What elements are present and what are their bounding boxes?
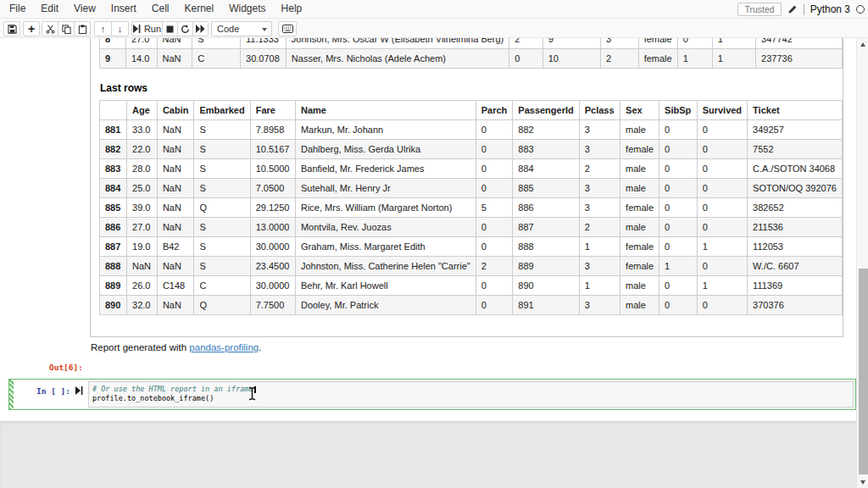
data-cell: 1 [677,49,712,69]
data-cell: Sutehall, Mr. Henry Jr [295,179,476,198]
data-cell: 0 [659,120,698,140]
cell-type-select[interactable]: Code [211,21,272,36]
move-cell-down-button[interactable]: ↓ [111,21,129,36]
data-cell: 0 [476,276,513,296]
data-cell: S [194,218,250,237]
data-cell: 10.5167 [250,140,295,159]
data-cell: 22.0 [127,140,158,159]
data-cell: female [620,198,659,218]
data-cell: 2 [476,257,513,276]
data-cell: 0 [476,296,513,315]
run-cell-marker-icon[interactable] [75,386,83,395]
data-cell: 1 [712,49,755,69]
data-cell: 882 [513,120,579,140]
menu-widgets[interactable]: Widgets [221,0,273,18]
notebook-area: 827.0NaNS11.1333Johnson, Mrs. Oscar W (E… [0,38,868,488]
data-cell: NaN [157,120,194,140]
insert-cell-button[interactable]: + [23,21,40,36]
menu-kernel[interactable]: Kernel [177,0,222,18]
copy-button[interactable] [58,21,75,36]
data-cell: 32.0 [127,296,158,315]
data-cell: B42 [157,237,194,257]
jupyter-notebook-window: File Edit View Insert Cell Kernel Widget… [0,0,868,488]
pandas-profiling-link[interactable]: pandas-profiling [189,342,259,352]
table-row: 88222.0NaNS10.5167Dahlberg, Miss. Gerda … [100,140,843,159]
step-forward-icon [133,25,141,33]
table-row: 88133.0NaNS7.8958Markun, Mr. Johann08823… [100,120,843,140]
row-index-cell: 882 [100,140,127,159]
notebook-end-space [0,421,868,488]
interrupt-kernel-button[interactable] [162,21,178,36]
table-header-row: AgeCabinEmbarkedFareNameParchPassengerId… [100,101,843,120]
first-rows-table-partial: 827.0NaNS11.1333Johnson, Mrs. Oscar W (E… [99,38,843,69]
row-index-cell: 888 [100,257,127,276]
column-header: Embarked [194,101,250,120]
report-iframe[interactable]: 827.0NaNS11.1333Johnson, Mrs. Oscar W (E… [90,38,843,337]
cell-type-value: Code [217,24,239,34]
paste-button[interactable] [74,21,91,36]
row-index-cell: 883 [100,159,127,179]
data-cell: female [638,38,677,49]
data-cell: male [620,159,659,179]
text-caret [254,386,256,393]
data-cell: 2 [509,38,542,49]
column-header: Cabin [157,101,194,120]
data-cell: 11.1333 [241,38,287,49]
data-cell: 7552 [748,140,843,159]
scroll-down-arrow[interactable] [857,477,868,487]
scroll-up-arrow[interactable] [857,39,868,49]
restart-run-all-button[interactable] [192,21,209,36]
data-cell: 3 [601,38,639,49]
data-cell: SOTON/OQ 392076 [748,179,843,198]
menu-edit[interactable]: Edit [33,0,66,18]
selected-code-cell[interactable]: In [ ]: # Or use the HTML report in an i… [8,379,856,410]
data-cell: 7.0500 [250,179,295,198]
row-index-cell: 885 [100,198,127,218]
data-cell: 3 [579,257,620,276]
data-cell: 885 [513,179,579,198]
scrollbar-thumb[interactable] [859,269,868,474]
menu-cell[interactable]: Cell [144,0,177,18]
data-cell: 1 [659,257,698,276]
restart-icon [181,25,190,34]
data-cell: 28.0 [127,159,158,179]
trusted-badge[interactable]: Trusted [737,3,781,16]
data-cell: 13.0000 [250,218,295,237]
column-header: Survived [697,101,747,120]
in-prompt: In [ ]: [36,386,70,396]
data-cell: female [620,237,659,257]
menu-file[interactable]: File [2,0,33,18]
menu-help[interactable]: Help [274,0,310,18]
vertical-scrollbar[interactable] [856,38,868,488]
data-cell: 30.0000 [250,237,295,257]
table-row: 88627.0NaNS13.0000Montvila, Rev. Juozas0… [100,218,843,237]
data-cell: 889 [513,257,579,276]
cut-button[interactable] [42,21,58,36]
data-cell: 347742 [756,38,843,49]
data-cell: 39.0 [127,198,158,218]
menu-insert[interactable]: Insert [103,0,144,18]
save-button[interactable] [3,21,20,36]
run-button[interactable]: Run [131,21,163,36]
data-cell: 0 [697,257,747,276]
data-cell: 370376 [748,296,843,315]
table-row: 88425.0NaNS7.0500Sutehall, Mr. Henry Jr0… [100,179,843,198]
data-cell: female [620,257,659,276]
command-palette-button[interactable] [278,21,297,36]
menu-bar: File Edit View Insert Cell Kernel Widget… [0,0,868,19]
data-cell: W./C. 6607 [748,257,843,276]
stop-icon [166,25,174,33]
column-header: Parch [476,101,513,120]
code-line-statement: profile.to_notebook_iframe() [92,394,214,402]
move-cell-up-button[interactable]: ↑ [94,21,112,36]
menu-view[interactable]: View [66,0,103,18]
cell-drag-handle[interactable] [9,380,14,409]
data-cell: 0 [659,296,698,315]
data-cell: 3 [579,179,620,198]
keyboard-icon [282,25,293,33]
table-row: 88539.0NaNQ29.1250Rice, Mrs. William (Ma… [100,198,843,218]
restart-kernel-button[interactable] [177,21,193,36]
code-editor[interactable]: # Or use the HTML report in an iframe pr… [88,381,854,408]
table-row: 888NaNNaNS23.4500Johnston, Miss. Catheri… [100,257,843,276]
last-rows-title: Last rows [100,82,147,94]
